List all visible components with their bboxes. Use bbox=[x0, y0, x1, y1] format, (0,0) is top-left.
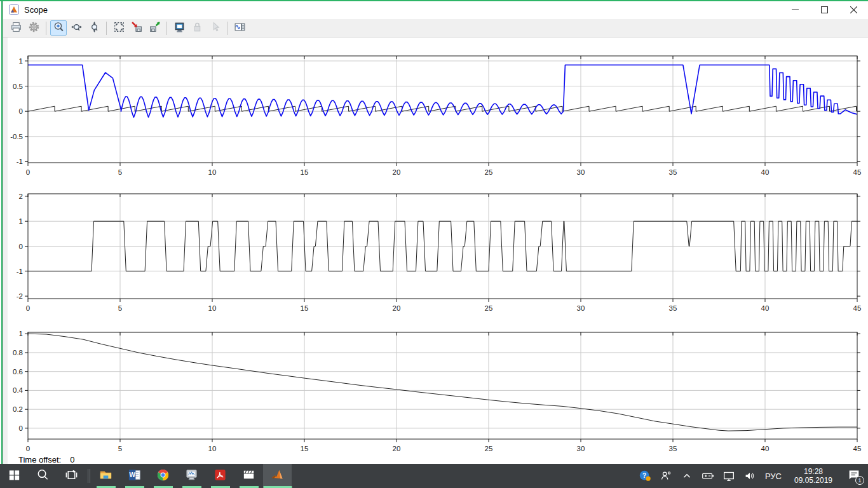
window-frame-left bbox=[3, 0, 3, 464]
floating-scope-icon bbox=[173, 21, 186, 36]
scope-plots[interactable]: 10.50-0.5-1051015202530354045210-1-20510… bbox=[0, 0, 868, 488]
word-taskbar-button[interactable]: W bbox=[120, 464, 149, 488]
zoom-y-icon bbox=[88, 21, 100, 36]
movie-maker-icon bbox=[241, 468, 256, 485]
task-view-button[interactable] bbox=[57, 464, 86, 488]
parameters-icon bbox=[28, 21, 40, 36]
help-tray-icon[interactable]: ? bbox=[634, 464, 655, 488]
x-tick-label: 15 bbox=[301, 168, 309, 176]
x-tick-label: 40 bbox=[761, 168, 770, 176]
x-tick-label: 25 bbox=[485, 445, 493, 452]
search-button[interactable] bbox=[29, 464, 57, 488]
x-tick-label: 30 bbox=[577, 168, 585, 176]
x-tick-label: 10 bbox=[208, 304, 217, 312]
maximize-button[interactable] bbox=[810, 0, 839, 19]
x-tick-label: 30 bbox=[577, 445, 585, 452]
time-offset: Time offset:0 bbox=[18, 455, 74, 464]
scope-monitor-taskbar-button[interactable] bbox=[177, 464, 206, 488]
y-tick-label: 1 bbox=[19, 330, 23, 337]
y-tick-label: -1 bbox=[17, 268, 23, 275]
y-tick-label: 0.5 bbox=[13, 83, 23, 90]
y-tick-label: 0.4 bbox=[13, 386, 24, 394]
y-tick-label: 2 bbox=[19, 193, 23, 200]
x-tick-label: 0 bbox=[26, 304, 30, 312]
chrome-icon bbox=[156, 468, 170, 485]
x-tick-label: 35 bbox=[669, 445, 677, 452]
action-center-button[interactable]: 1 bbox=[840, 464, 868, 488]
x-tick-label: 25 bbox=[485, 304, 493, 312]
signals-triggering-button[interactable] bbox=[231, 20, 248, 36]
x-tick-label: 35 bbox=[669, 168, 677, 176]
matlab-taskbar-button[interactable] bbox=[263, 464, 292, 488]
y-tick-label: 0 bbox=[19, 424, 23, 432]
matlab-icon bbox=[270, 468, 285, 485]
signal-selection-button bbox=[207, 20, 223, 36]
x-tick-label: 40 bbox=[761, 445, 770, 452]
screenshare-border-left bbox=[1, 1, 3, 464]
svg-text:W: W bbox=[129, 471, 135, 478]
print-button[interactable] bbox=[8, 20, 24, 36]
y-tick-label: 0 bbox=[19, 107, 23, 115]
restore-axes-button[interactable] bbox=[146, 20, 163, 36]
time-offset-label: Time offset: bbox=[18, 455, 61, 464]
parameters-button[interactable] bbox=[25, 20, 42, 36]
toolbar-separator bbox=[46, 22, 46, 35]
notification-badge: 1 bbox=[855, 476, 864, 485]
scope-monitor-icon bbox=[184, 468, 199, 485]
save-axes-button[interactable] bbox=[128, 20, 145, 36]
file-explorer-taskbar-button[interactable] bbox=[92, 464, 120, 488]
taskbar-divider bbox=[86, 464, 92, 488]
save-axes-icon bbox=[131, 21, 143, 36]
network-tray-icon[interactable] bbox=[718, 464, 739, 488]
close-button[interactable] bbox=[839, 0, 868, 19]
x-tick-label: 5 bbox=[118, 168, 122, 176]
x-tick-label: 20 bbox=[393, 168, 401, 176]
file-explorer-icon bbox=[98, 468, 113, 485]
volume-tray-icon[interactable] bbox=[739, 464, 760, 488]
movie-maker-taskbar-button[interactable] bbox=[234, 464, 263, 488]
zoom-y-button[interactable] bbox=[86, 20, 102, 36]
y-tick-label: 1 bbox=[19, 57, 23, 65]
simulink-scope-window-icon bbox=[9, 4, 19, 15]
clock-time: 19:28 bbox=[804, 467, 823, 476]
toolbar-separator bbox=[227, 22, 227, 35]
screenshare-border-top bbox=[0, 0, 868, 1]
people-tray-icon[interactable] bbox=[655, 464, 676, 488]
clock[interactable]: 19:2809.05.2019 bbox=[787, 464, 840, 488]
x-tick-label: 15 bbox=[301, 445, 309, 452]
x-tick-label: 30 bbox=[577, 304, 585, 312]
x-tick-label: 0 bbox=[26, 445, 30, 452]
word-icon: W bbox=[127, 468, 142, 485]
x-tick-label: 0 bbox=[26, 168, 30, 176]
acrobat-taskbar-button[interactable] bbox=[206, 464, 234, 488]
zoom-button[interactable] bbox=[50, 20, 67, 36]
chrome-taskbar-button[interactable] bbox=[149, 464, 177, 488]
titlebar: Scope bbox=[3, 0, 868, 19]
y-tick-label: -2 bbox=[17, 292, 23, 300]
battery-tray-icon[interactable] bbox=[697, 464, 718, 488]
minimize-button[interactable] bbox=[780, 0, 810, 19]
lock-icon bbox=[191, 21, 203, 36]
scope-toolbar bbox=[3, 19, 868, 37]
task-view-icon bbox=[64, 468, 79, 485]
autoscale-icon bbox=[113, 21, 125, 36]
language-indicator[interactable]: РУС bbox=[760, 464, 787, 488]
x-tick-label: 20 bbox=[393, 304, 401, 312]
x-tick-label: 25 bbox=[485, 168, 493, 176]
zoom-x-button[interactable] bbox=[68, 20, 85, 36]
floating-scope-button[interactable] bbox=[171, 20, 187, 36]
x-tick-label: 10 bbox=[208, 445, 217, 452]
time-offset-value: 0 bbox=[70, 455, 74, 464]
x-tick-label: 5 bbox=[118, 304, 122, 312]
y-tick-label: 0 bbox=[19, 243, 23, 250]
x-tick-label: 15 bbox=[301, 304, 309, 312]
signals-triggering-icon bbox=[234, 21, 246, 36]
x-tick-label: 45 bbox=[853, 304, 862, 312]
window-controls bbox=[780, 0, 868, 19]
print-icon bbox=[10, 21, 22, 36]
hidden-icons-tray-icon[interactable] bbox=[676, 464, 697, 488]
autoscale-button[interactable] bbox=[111, 20, 127, 36]
x-tick-label: 10 bbox=[208, 168, 217, 176]
y-tick-label: 1 bbox=[19, 217, 23, 225]
start-button[interactable] bbox=[0, 464, 29, 488]
